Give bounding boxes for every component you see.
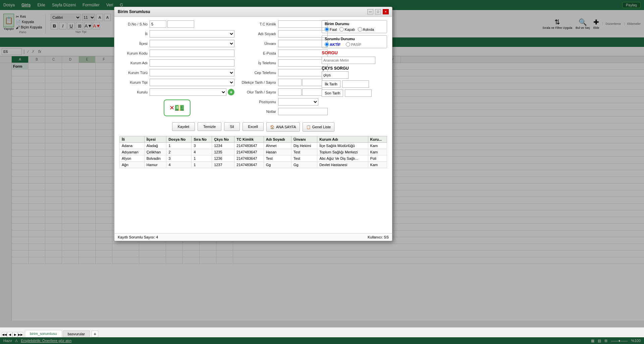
birim-durumu-radios: Faal Kapalı Askıda [325,27,384,31]
pasif-text: PASİF [351,43,361,47]
table-cell: Çelikhan [144,149,166,155]
aktif-radio[interactable] [325,42,329,47]
tab-next-btn[interactable]: ▶ [12,332,18,337]
sno-input[interactable] [167,20,194,28]
table-body: AdanaAladağ1312342147483647AhmetDiş Heki… [120,143,387,168]
dilekce-tarih-input[interactable] [278,79,302,86]
il-select[interactable] [150,30,234,38]
ilce-row: İlçesi [119,40,234,48]
dn-input[interactable] [150,20,166,28]
data-table-container[interactable]: İli İlçesi Dosya No Sıra No Çkys No TC K… [119,134,387,168]
table-cell: 2 [166,149,192,155]
sorgu-input[interactable] [322,57,375,64]
data-table: İli İlçesi Dosya No Sıra No Çkys No TC K… [119,136,387,168]
pasif-radio[interactable] [346,42,350,47]
sil-button[interactable]: Sil [224,122,239,131]
add-sheet-btn[interactable]: + [92,331,98,337]
unvan-row: Ünvanı [238,40,318,48]
kurum-kodu-row: Kurum Kodu [119,49,234,57]
tc-input[interactable] [278,20,328,28]
temizle-button[interactable]: Temizle [198,122,221,131]
close-btn[interactable]: ✕ [383,9,389,14]
eposta-row: E-Posta [238,49,318,57]
askida-radio-label[interactable]: Askıda [358,27,374,31]
eposta-input[interactable] [278,50,328,57]
son-tarih-input[interactable] [345,89,372,97]
restore-btn[interactable]: □ [375,9,381,14]
col-kurulus: Kuru... [368,136,387,143]
kurum-adi-input[interactable] [150,59,234,67]
pasif-radio-label[interactable]: PASİF [346,42,361,47]
kurum-kodu-input[interactable] [150,50,234,57]
table-row[interactable]: AdanaAladağ1312342147483647AhmetDiş Heki… [120,143,387,149]
kapali-radio[interactable] [339,27,344,31]
sorumlu-durumu-title: Sorumlu Durumu [325,37,384,41]
table-cell: 1237 [212,162,234,168]
table-cell: Adıyaman [120,149,145,155]
ilk-tarih-button[interactable]: İlk Tarih [322,80,340,88]
faal-radio[interactable] [325,27,329,31]
table-cell: Test [264,155,291,162]
kurum-kodu-label: Kurum Kodu [119,51,150,55]
tab-prev-btn[interactable]: ◀ [7,332,12,337]
table-header: İli İlçesi Dosya No Sıra No Çkys No TC K… [120,136,387,143]
kurum-turu-row: Kurum Türü [119,69,234,77]
dilekce-sayi-input[interactable] [302,79,322,86]
kurum-adi-label: Kurum Adı [119,61,150,65]
adi-soyadi-input[interactable] [278,30,328,38]
ckys-input[interactable] [322,71,348,79]
ilk-tarih-input[interactable] [342,80,369,88]
il-row: İli [119,30,234,38]
kurulu-select[interactable] [150,88,226,96]
cep-tel-input[interactable] [278,69,328,76]
tab-basvurular[interactable]: basvurular [63,330,90,337]
olur-sayi-input[interactable] [302,88,322,96]
col-ilce: İlçesi [144,136,166,143]
kaydet-button[interactable]: Kaydet [172,122,195,131]
excell-button[interactable]: Excell [243,122,264,131]
table-cell: Abc Ağız Ve Diş Sağlı... [317,155,368,162]
kapali-radio-label[interactable]: Kapalı [339,27,355,31]
dilekce-row: Dilekçe Tarih / Sayısı [238,78,318,86]
minimize-btn[interactable]: — [367,9,373,14]
table-cell: 1235 [212,149,234,155]
pozisyon-select[interactable] [278,98,318,106]
table-row[interactable]: AğrıHamur4112372147483647GgGgDevlet Hast… [120,162,387,168]
table-row[interactable]: AdıyamanÇelikhan2412352147483647HasanTes… [120,149,387,155]
kurum-tipi-select[interactable] [150,79,234,86]
sorumlu-durumu-box: Sorumlu Durumu AKTİF PASİF [322,35,387,48]
aktif-radio-label[interactable]: AKTİF [325,42,340,47]
table-cell: Kam [368,149,387,155]
genel-liste-button[interactable]: 📋 Genel Liste [303,122,335,132]
ana-sayfa-label: ANA SAYFA [276,125,296,129]
son-tarih-button[interactable]: Son Tarih [322,89,343,97]
modal-overlay: Birim Sorumlusu — □ ✕ D.No / S.No [0,0,644,344]
tab-last-btn[interactable]: ▶▶ [18,332,23,337]
tarih-row: İlk Tarih [322,80,387,88]
table-row[interactable]: AfyonBolvadin3112362147483647TestTestAbc… [120,155,387,162]
kurum-turu-select[interactable] [150,69,234,76]
askida-radio[interactable] [358,27,362,31]
table-cell: Aladağ [144,143,166,149]
ana-sayfa-button[interactable]: 🏠 ANA SAYFA [266,122,300,132]
col-adi-soyadi: Adı Soyadı [264,136,291,143]
cep-tel-row: Cep Telefonu [238,69,318,77]
is-tel-input[interactable] [278,59,328,67]
is-tel-label: İş Telefonu [238,61,278,65]
money-icon: 💵 [174,103,184,113]
tab-birim-sorumlusu[interactable]: birim_sorumlusu [25,330,62,337]
action-buttons-row: Kaydet Temizle Sil Excell 🏠 ANA SAYFA 📋 … [119,122,387,132]
notlar-input[interactable] [278,108,328,115]
faal-radio-label[interactable]: Faal [325,27,337,31]
tab-first-btn[interactable]: ◀◀ [2,332,7,337]
table-cell: Kam [368,143,387,149]
tc-label: T.C Kimlik [238,22,278,26]
son-tarih-row: Son Tarih [322,89,387,97]
kurulu-add-button[interactable]: + [228,89,234,95]
table-cell: Bolvadin [144,155,166,162]
is-tel-row: İş Telefonu [238,59,318,67]
olur-tarih-input[interactable] [278,88,302,96]
form-icon-box: ✕ 💵 [164,99,191,116]
ilce-select[interactable] [150,40,234,47]
unvan-input[interactable] [278,40,328,47]
